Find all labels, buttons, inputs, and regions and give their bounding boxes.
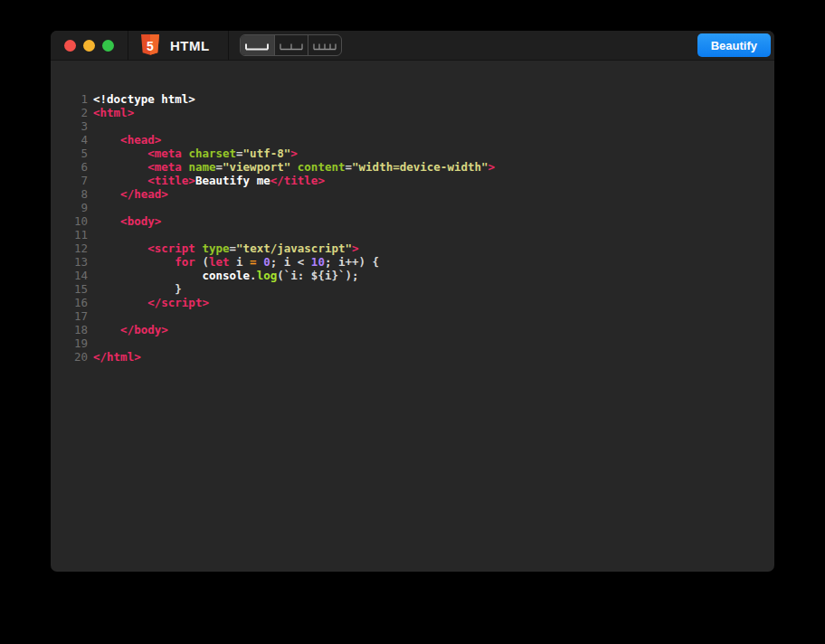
header-divider <box>228 31 229 60</box>
line-number: 10 <box>60 214 88 228</box>
code-text: console.log(`i: ${i}`); <box>93 269 359 282</box>
line-number: 13 <box>60 255 88 269</box>
code-text: <html> <box>93 106 134 119</box>
line-number: 16 <box>60 296 88 309</box>
line-number: 4 <box>60 133 88 147</box>
code-text: </head> <box>93 187 168 201</box>
code-text: <meta name="viewport" content="width=dev… <box>93 160 495 174</box>
code-line: 1<!doctype html> <box>60 92 774 106</box>
code-text: for (let i = 0; i < 10; i++) { <box>93 255 379 269</box>
code-line: 7 <title>Beautify me</title> <box>60 174 774 187</box>
line-number: 18 <box>60 323 88 336</box>
code-text: </body> <box>93 323 168 336</box>
traffic-light-close[interactable] <box>64 40 76 52</box>
code-line: 5 <meta charset="utf-8"> <box>60 147 774 160</box>
language-section: 5 HTML <box>128 34 228 56</box>
line-number: 11 <box>60 228 88 242</box>
code-line: 14 console.log(`i: ${i}`); <box>60 269 774 282</box>
line-number: 5 <box>60 147 88 160</box>
language-label: HTML <box>170 38 210 53</box>
code-line: 4 <head> <box>60 133 774 147</box>
traffic-light-zoom[interactable] <box>102 40 114 52</box>
line-number: 2 <box>60 106 88 119</box>
code-text: <!doctype html> <box>93 92 195 106</box>
line-number: 7 <box>60 174 88 187</box>
ruler-icon <box>280 40 303 51</box>
line-number: 15 <box>60 282 88 296</box>
code-text: } <box>93 282 182 296</box>
code-text: <script type="text/javascript"> <box>93 242 359 255</box>
beautify-button[interactable]: Beautify <box>697 33 771 57</box>
svg-text:5: 5 <box>147 39 154 53</box>
code-line: 11 <box>60 228 774 242</box>
code-line: 20</html> <box>60 350 774 364</box>
code-line: 15 } <box>60 282 774 296</box>
code-line: 18 </body> <box>60 323 774 336</box>
indent-size-large-button[interactable] <box>308 35 341 55</box>
code-lines: 1<!doctype html>2<html>34 <head>5 <meta … <box>60 92 774 364</box>
traffic-lights <box>51 40 128 52</box>
code-text: <meta charset="utf-8"> <box>93 147 298 160</box>
line-number: 17 <box>60 309 88 323</box>
line-number: 6 <box>60 160 88 174</box>
code-line: 6 <meta name="viewport" content="width=d… <box>60 160 774 174</box>
code-text: <body> <box>93 214 161 228</box>
code-text: </script> <box>93 296 209 309</box>
ruler-icon <box>245 40 269 51</box>
indent-size-group <box>240 34 342 56</box>
indent-size-small-button[interactable] <box>241 35 274 55</box>
code-text: </html> <box>93 350 141 364</box>
line-number: 1 <box>60 92 88 106</box>
traffic-light-minimize[interactable] <box>83 40 95 52</box>
indent-size-medium-button[interactable] <box>274 35 308 55</box>
code-line: 3 <box>60 119 774 133</box>
code-line: 19 <box>60 336 774 350</box>
line-number: 3 <box>60 119 88 133</box>
code-line: 2<html> <box>60 106 774 119</box>
line-number: 19 <box>60 336 88 350</box>
code-line: 16 </script> <box>60 296 774 309</box>
line-number: 12 <box>60 242 88 255</box>
code-line: 13 for (let i = 0; i < 10; i++) { <box>60 255 774 269</box>
line-number: 20 <box>60 350 88 364</box>
ruler-icon <box>313 40 337 51</box>
code-line: 12 <script type="text/javascript"> <box>60 242 774 255</box>
line-number: 8 <box>60 187 88 201</box>
code-line: 17 <box>60 309 774 323</box>
code-text: <head> <box>93 133 161 147</box>
app-window: 5 HTML Beautify 1<!doctype html>2<html>3… <box>51 31 774 572</box>
code-line: 8 </head> <box>60 187 774 201</box>
code-line: 10 <body> <box>60 214 774 228</box>
line-number: 14 <box>60 269 88 282</box>
code-editor[interactable]: 1<!doctype html>2<html>34 <head>5 <meta … <box>51 61 774 391</box>
html5-logo-icon: 5 <box>140 34 160 56</box>
code-line: 9 <box>60 201 774 214</box>
line-number: 9 <box>60 201 88 214</box>
window-header: 5 HTML Beautify <box>51 31 774 61</box>
code-text: <title>Beautify me</title> <box>93 174 325 187</box>
